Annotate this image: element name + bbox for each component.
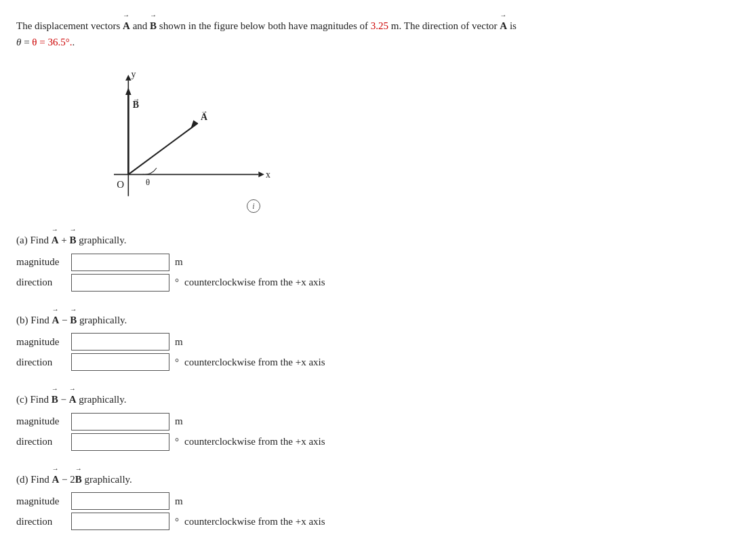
part-c-vecB: B [52,386,58,409]
part-b-magnitude-row: magnitude m [16,333,729,351]
ccw-label-b: counterclockwise from the +x axis [184,357,325,368]
magnitude-input-b[interactable] [71,333,169,351]
magnitude-unit-c: m [175,416,183,427]
part-c-title: (c) Find B − A graphically. [16,386,729,409]
part-b-vecA: A [52,306,60,329]
direction-input-c[interactable] [71,433,169,451]
magnitude-value: 3.25 [371,20,388,31]
part-b-vecB: B [70,306,77,329]
svg-marker-3 [125,75,132,81]
part-d: (d) Find A − 2B graphically. magnitude m… [16,466,729,531]
theta-value: θ = θ = 36.5°.. [16,37,75,47]
part-a-direction-row: direction ° counterclockwise from the +x… [16,274,729,292]
direction-label-b: direction [16,357,67,368]
part-c: (c) Find B − A graphically. magnitude m … [16,386,729,451]
part-d-direction-row: direction ° counterclockwise from the +x… [16,513,729,530]
part-c-direction-row: direction ° counterclockwise from the +x… [16,433,729,451]
ccw-label-a: counterclockwise from the +x axis [184,277,325,288]
svg-text:y: y [132,69,136,79]
magnitude-unit-b: m [175,336,183,348]
svg-text:x: x [266,169,270,180]
part-a-vecA: A [52,226,59,249]
degree-c: ° [175,436,179,447]
part-a-magnitude-row: magnitude m [16,254,729,271]
svg-text:O: O [117,179,124,190]
direction-input-a[interactable] [71,274,169,292]
vecB-label: B [150,12,157,34]
info-icon[interactable]: i [247,199,260,213]
magnitude-label-a: magnitude [16,256,67,268]
svg-text:→: → [201,108,208,115]
problem-statement: The displacement vectors A and B shown i… [16,12,626,50]
svg-text:→: → [133,96,140,103]
magnitude-input-c[interactable] [71,413,169,431]
vecA-label: A [123,12,130,34]
degree-d: ° [175,516,179,527]
figure-container: O x y A → B → θ i [71,57,287,220]
parts-section: (a) Find A + B graphically. magnitude m … [16,226,729,530]
svg-text:θ: θ [146,178,150,187]
part-d-magnitude-row: magnitude m [16,492,729,510]
vector-figure: O x y A → B → θ [71,57,287,220]
part-d-vecA: A [52,466,60,489]
degree-b: ° [175,357,179,368]
magnitude-label-b: magnitude [16,336,67,348]
svg-marker-1 [258,172,264,178]
part-c-vecA: A [69,386,77,409]
part-a-title: (a) Find A + B graphically. [16,226,729,249]
part-c-magnitude-row: magnitude m [16,413,729,431]
part-d-title: (d) Find A − 2B graphically. [16,466,729,489]
magnitude-input-d[interactable] [71,492,169,510]
degree-a: ° [175,277,179,288]
direction-input-b[interactable] [71,353,169,371]
part-b: (b) Find A − B graphically. magnitude m … [16,306,729,372]
part-d-vecB: B [75,466,82,489]
direction-label-a: direction [16,277,67,288]
magnitude-label-d: magnitude [16,496,67,507]
ccw-label-c: counterclockwise from the +x axis [184,436,325,447]
part-a-vecB: B [69,226,76,249]
svg-marker-12 [125,87,132,95]
part-a: (a) Find A + B graphically. magnitude m … [16,226,729,292]
and-text: and [133,20,150,31]
statement-text: The displacement vectors A and B shown i… [16,20,517,31]
direction-input-d[interactable] [71,513,169,530]
magnitude-input-a[interactable] [71,254,169,271]
direction-label-c: direction [16,436,67,447]
magnitude-label-c: magnitude [16,416,67,427]
direction-label-d: direction [16,516,67,527]
svg-line-7 [128,123,197,175]
ccw-label-d: counterclockwise from the +x axis [184,516,325,527]
part-b-title: (b) Find A − B graphically. [16,306,729,329]
magnitude-unit-d: m [175,496,183,507]
vecA-label2: A [500,12,507,34]
part-b-direction-row: direction ° counterclockwise from the +x… [16,353,729,371]
magnitude-unit-a: m [175,256,183,268]
